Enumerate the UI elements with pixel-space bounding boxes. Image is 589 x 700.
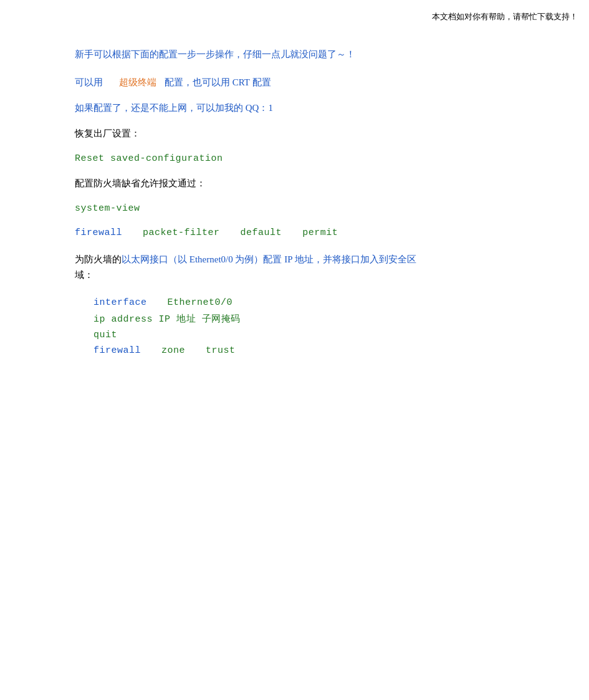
content-area: 新手可以根据下面的配置一步一步操作，仔细一点儿就没问题了～！ 可以用 超级终端 … [25,47,564,356]
factory-reset-cmd: Reset saved-configuration [75,153,527,164]
interface-desc-prefix: 为防火墙的 [75,254,122,264]
interface-cmd-3: quit [93,330,527,340]
page-container: 本文档如对你有帮助，请帮忙下载支持！ 新手可以根据下面的配置一步一步操作，仔细一… [0,0,589,700]
interface-cmd-1-block: interface Ethernet0/0 [75,297,527,308]
interface-cmd-1: interface Ethernet0/0 [93,297,527,308]
firewall-kw-2: firewall [93,345,141,356]
interface-desc-highlight: 以太网接口（以 Ethernet0/0 为例）配置 IP 地址，并将接口加入到安… [122,254,416,264]
tool-name: 超级终端 [119,77,156,87]
qq-line: 如果配置了，还是不能上网，可以加我的 QQ：1 [75,102,527,114]
firewall-cmd-2: firewall packet-filter default permit [75,228,527,238]
interface-cmd-2-block: ip address IP 地址 子网掩码 [75,313,527,325]
interface-cmd-3-block: quit [75,330,527,340]
firewall-rest: packet-filter [143,228,220,238]
interface-cmd-4: firewall zone trust [93,345,527,356]
firewall-cmds-block: system-view [75,203,527,214]
trust-kw: trust [206,345,236,356]
interface-val: Ethernet0/0 [168,297,233,308]
interface-cmd-2: ip address IP 地址 子网掩码 [93,313,527,325]
factory-reset-cmd-block: Reset saved-configuration [75,153,527,164]
intro-text: 新手可以根据下面的配置一步一步操作，仔细一点儿就没问题了～！ [75,47,527,63]
factory-reset-heading: 恢复出厂设置： [75,128,527,140]
intro-span: 新手可以根据下面的配置一步一步操作，仔细一点儿就没问题了～！ [75,49,355,59]
interface-cmd-4-block: firewall zone trust [75,345,527,356]
firewall-cmds-block-2: firewall packet-filter default permit [75,228,527,238]
interface-desc-suffix: 域： [75,270,93,280]
tool-middle: 配置，也可以用 CRT 配置 [165,77,271,87]
top-note: 本文档如对你有帮助，请帮忙下载支持！ [432,11,578,22]
firewall-cmd-1: system-view [75,203,527,214]
firewall-config-heading: 配置防火墙缺省允许报文通过： [75,178,527,189]
zone-kw: zone [161,345,185,356]
interface-desc: 为防火墙的以太网接口（以 Ethernet0/0 为例）配置 IP 地址，并将接… [75,252,527,284]
firewall-kw: firewall [75,228,122,238]
firewall-permit: permit [302,228,338,238]
firewall-default: default [241,228,282,238]
qq-text: 如果配置了，还是不能上网，可以加我的 QQ：1 [75,103,273,113]
tool-line: 可以用 超级终端 配置，也可以用 CRT 配置 [75,77,527,89]
interface-kw: interface [93,297,147,308]
tool-prefix: 可以用 [75,77,103,87]
